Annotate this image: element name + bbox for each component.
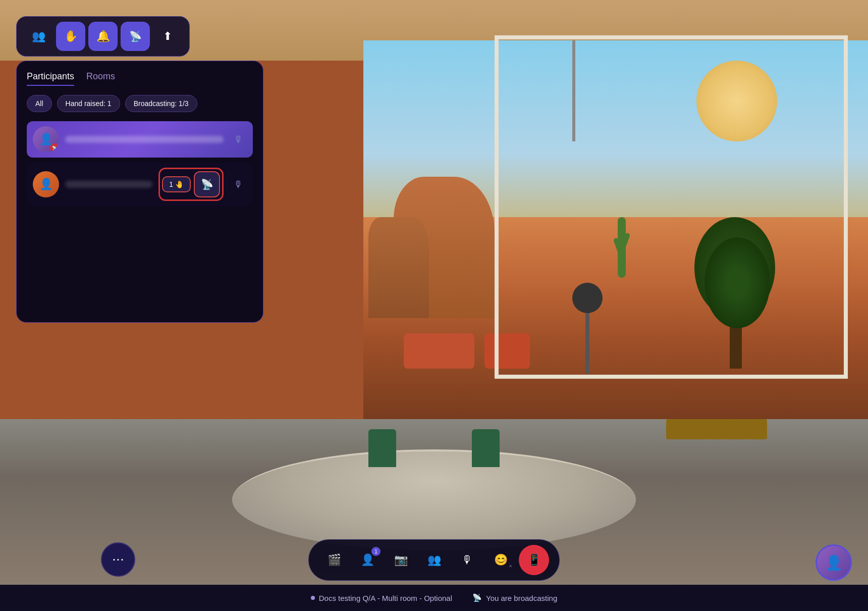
dots-icon: ⋯ xyxy=(112,552,124,567)
panel-empty xyxy=(27,211,253,312)
hand-count: 1 xyxy=(169,180,173,188)
dots-menu-btn[interactable]: ⋯ xyxy=(101,542,135,577)
broadcast-toggle-btn[interactable]: 📡 xyxy=(194,171,220,197)
participants-panel: Participants Rooms All Hand raised: 1 Br… xyxy=(16,61,263,323)
tab-participants[interactable]: Participants xyxy=(27,71,74,86)
broadcast-icon: 📡 xyxy=(129,30,142,42)
participant-1-mic[interactable]: 🎙 xyxy=(230,131,247,148)
broadcast-active-btn[interactable]: 📱 xyxy=(519,545,549,575)
mic-btn[interactable]: 🎙 xyxy=(452,545,482,575)
corner-avatar-image: 👤 xyxy=(825,554,843,571)
bell-icon: 🔔 xyxy=(96,30,110,43)
hand-emoji-icon: 🤚 xyxy=(175,180,184,188)
emoji-btn[interactable]: 😊 ^ xyxy=(485,545,516,575)
avatar-1: 👤 📡 xyxy=(33,126,59,152)
hand-icon: ✋ xyxy=(64,30,78,43)
session-name-text: Docs testing Q/A - Multi room - Optional xyxy=(319,594,452,602)
share-icon: ⬆ xyxy=(163,30,172,43)
filter-broadcasting[interactable]: Broadcasting: 1/3 xyxy=(125,95,197,112)
raise-hand-toolbar-btn[interactable]: ✋ xyxy=(56,22,85,51)
video-group-icon: 👥 xyxy=(427,553,441,567)
film-btn[interactable]: 🎬 xyxy=(319,545,349,575)
couch xyxy=(404,333,474,369)
bottom-toolbar: 🎬 👤 1 📷 👥 🎙 😊 ^ 📱 xyxy=(308,539,560,581)
participant-2-name xyxy=(65,181,152,188)
mic-icon-1: 🎙 xyxy=(234,134,243,145)
top-toolbar: 👥 ✋ 🔔 📡 ⬆ xyxy=(16,16,190,57)
share-toolbar-btn[interactable]: ⬆ xyxy=(153,22,182,51)
video-group-btn[interactable]: 👥 xyxy=(419,545,449,575)
bell-toolbar-btn[interactable]: 🔔 xyxy=(88,22,118,51)
participant-row-1: 👤 📡 🎙 xyxy=(27,121,253,158)
broadcast-active-icon: 📱 xyxy=(527,553,541,567)
corner-avatar[interactable]: 👤 xyxy=(816,544,852,581)
table-chairs xyxy=(368,429,500,467)
emoji-expand-icon: ^ xyxy=(509,565,512,570)
broadcast-status-icon: 📡 xyxy=(472,593,482,602)
hand-raised-badge[interactable]: 1 🤚 xyxy=(162,176,191,192)
participant-1-name xyxy=(65,136,224,143)
participants-icon: 👥 xyxy=(32,30,45,43)
emoji-icon: 😊 xyxy=(494,553,508,567)
camera-btn[interactable]: 📷 xyxy=(386,545,416,575)
camera-icon: 📷 xyxy=(394,553,408,567)
people-badge: 1 xyxy=(371,547,381,556)
participant-row-2: 👤 1 🤚 📡 🎙 xyxy=(27,163,253,206)
rock-2 xyxy=(368,217,429,318)
people-icon: 👤 xyxy=(361,553,374,567)
people-btn[interactable]: 👤 1 xyxy=(352,545,383,575)
mic-icon: 🎙 xyxy=(462,553,473,567)
session-name-item: Docs testing Q/A - Multi room - Optional xyxy=(311,594,452,602)
avatar-2-image: 👤 xyxy=(33,171,59,197)
film-icon: 🎬 xyxy=(328,553,341,567)
ceiling-pole xyxy=(572,40,575,141)
filter-all[interactable]: All xyxy=(27,95,52,112)
participant-2-actions: 1 🤚 📡 xyxy=(158,168,224,201)
broadcast-status-text: You are broadcasting xyxy=(486,594,557,602)
mic-icon-2: 🎙 xyxy=(234,179,243,190)
broadcast-btn-icon: 📡 xyxy=(201,178,213,190)
tab-rooms[interactable]: Rooms xyxy=(86,71,115,86)
panel-tabs: Participants Rooms xyxy=(27,71,253,86)
broadcast-status-item: 📡 You are broadcasting xyxy=(472,593,557,602)
bench xyxy=(666,419,767,439)
session-dot xyxy=(311,596,315,600)
participants-toolbar-btn[interactable]: 👥 xyxy=(24,22,53,51)
filter-row: All Hand raised: 1 Broadcasting: 1/3 xyxy=(27,95,253,112)
window-frame xyxy=(495,35,848,379)
broadcast-toolbar-btn[interactable]: 📡 xyxy=(121,22,150,51)
floor xyxy=(0,419,868,611)
avatar-1-badge: 📡 xyxy=(50,143,59,152)
participant-2-mic[interactable]: 🎙 xyxy=(230,176,247,193)
filter-hand-raised[interactable]: Hand raised: 1 xyxy=(57,95,120,112)
status-bar: Docs testing Q/A - Multi room - Optional… xyxy=(0,585,868,611)
avatar-2: 👤 xyxy=(33,171,59,197)
